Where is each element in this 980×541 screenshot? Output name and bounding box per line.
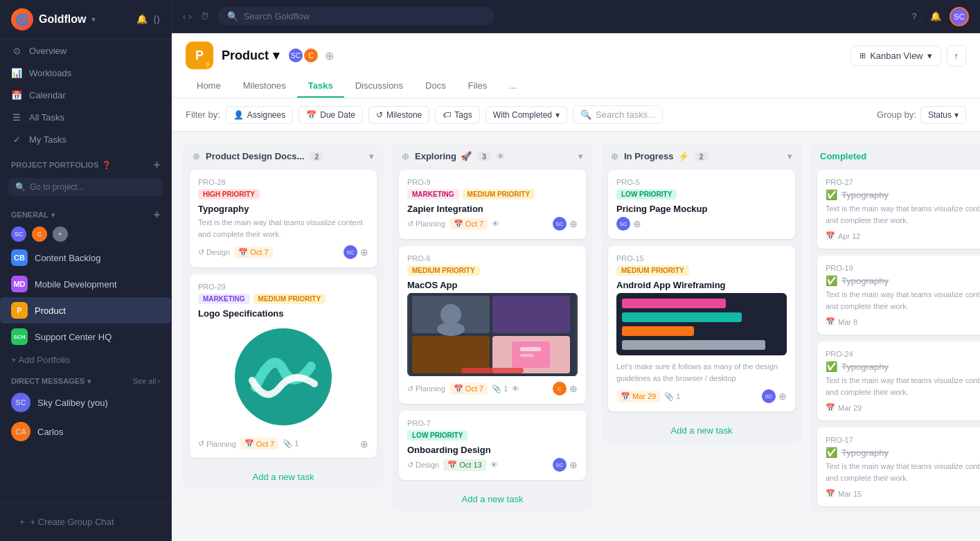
completed-card-pro19[interactable]: PRO-19 ✅ Typography Text is the main way… xyxy=(817,256,980,335)
see-all-link[interactable]: See all › xyxy=(133,377,160,385)
history-icon[interactable]: ⏱ xyxy=(200,11,209,21)
filter-milestone-btn[interactable]: ↺ Milestone xyxy=(368,106,429,124)
task-footer-pro9: ↺ Planning 📅 Oct 7 👁 SC ⊕ xyxy=(407,217,578,231)
general-avatar-2: C xyxy=(32,227,47,242)
person-plus-icon[interactable]: ⊕ xyxy=(193,151,200,161)
task-footer-pro29: ↺ Planning 📅 Oct 7 📎 1 ⊕ xyxy=(198,438,368,450)
tab-discussions[interactable]: Discussions xyxy=(344,75,414,98)
task-card-pro6[interactable]: PRO-6 MEDIUM PRIORITY MacOS App xyxy=(399,246,586,404)
add-general-icon[interactable]: + xyxy=(154,209,160,221)
task-card-pro9[interactable]: PRO-9 MARKETING MEDIUM PRIORITY Zapier I… xyxy=(399,170,586,239)
add-portfolio-btn[interactable]: + Add Portfolio xyxy=(0,350,171,370)
svg-point-4 xyxy=(437,322,465,336)
filter-bar: Filter by: 👤 Assignees 📅 Due Date ↺ Mile… xyxy=(172,98,980,132)
share-btn[interactable]: ↑ xyxy=(947,45,967,66)
add-task-btn-col2[interactable]: Add a new task xyxy=(601,418,802,443)
back-btn[interactable]: ‹ xyxy=(183,11,186,21)
add-task-btn-col0[interactable]: Add a new task xyxy=(183,465,384,489)
task-footer-pro15: 📅 Mar 29 📎 1 SC ⊕ xyxy=(616,389,787,403)
sidebar-item-calendar[interactable]: 📅 Calendar xyxy=(0,84,171,106)
add-portfolio-icon[interactable]: + xyxy=(154,159,160,171)
dropdown-arrow[interactable]: ▾ xyxy=(91,15,96,24)
check-icon-19: ✅ xyxy=(826,275,837,286)
lightning-icon: ⚡ xyxy=(204,60,212,68)
general-avatar-add[interactable]: + xyxy=(53,227,68,242)
add-task-btn-col1[interactable]: Add a new task xyxy=(392,487,593,511)
col-collapse-icon-2[interactable]: ▾ xyxy=(578,151,583,161)
sidebar-item-support-center[interactable]: SCH Support Center HQ xyxy=(0,323,171,350)
sidebar-item-product[interactable]: P Product xyxy=(0,297,171,323)
group-by-select[interactable]: Status ▾ xyxy=(920,106,966,124)
sidebar-item-content-backlog[interactable]: CB Content Backlog xyxy=(0,245,171,271)
search-tasks-input[interactable]: 🔍 Search tasks... xyxy=(573,105,663,124)
tab-home[interactable]: Home xyxy=(186,75,232,98)
chart-bar-2 xyxy=(622,312,742,322)
collapse-icon[interactable]: ⟨⟩ xyxy=(153,14,160,25)
col-collapse-icon[interactable]: ▾ xyxy=(369,151,374,161)
sidebar-item-workloads[interactable]: 📊 Workloads xyxy=(0,62,171,84)
completed-card-pro27[interactable]: PRO-27 ✅ Typography Text is the main way… xyxy=(817,170,980,249)
section-project-portfolios: PROJECT PORTFOLIOS ❓ + xyxy=(0,150,171,174)
tab-more[interactable]: ... xyxy=(498,75,528,98)
person-plus-icon-2[interactable]: ⊕ xyxy=(402,151,409,161)
task-card-pro29[interactable]: PRO-29 MARKETING MEDIUM PRIORITY Logo Sp… xyxy=(190,274,377,458)
footer-avatars-pro15: SC ⊕ xyxy=(762,389,787,403)
help-icon[interactable]: ❓ xyxy=(102,161,112,170)
global-search[interactable]: 🔍 Search Goldflow xyxy=(217,7,495,26)
sidebar-item-all-tasks[interactable]: ☰ All Tasks xyxy=(0,106,171,128)
general-chevron[interactable]: ▾ xyxy=(51,211,55,219)
task-card-pro5[interactable]: PRO-5 LOW PRIORITY Pricing Page Mockup S… xyxy=(608,170,795,239)
tab-tasks[interactable]: Tasks xyxy=(297,75,344,98)
project-search[interactable]: 🔍 Go to project... xyxy=(8,178,163,196)
notification-btn[interactable]: 🔔 xyxy=(930,11,941,21)
completed-title-27: Typography xyxy=(841,190,889,200)
column-exploring: ⊕ Exploring 🚀 3 👁 ▾ PRO-9 MARKETING MED xyxy=(392,143,593,511)
dm-chevron[interactable]: ▾ xyxy=(87,378,91,385)
add-member-btn[interactable]: ⊕ xyxy=(325,49,334,62)
filter-assignees-btn[interactable]: 👤 Assignees xyxy=(226,106,293,124)
sidebar-item-mobile-development[interactable]: MD Mobile Development xyxy=(0,271,171,297)
add-assignee-pro9[interactable]: ⊕ xyxy=(569,218,578,229)
support-center-badge: SCH xyxy=(11,328,28,345)
task-card-pro7[interactable]: PRO-7 LOW PRIORITY Onboarding Design ↺ D… xyxy=(399,411,586,480)
task-chart-pro15 xyxy=(616,293,787,355)
person-plus-icon-3[interactable]: ⊕ xyxy=(611,151,618,161)
filter-due-date-btn[interactable]: 📅 Due Date xyxy=(299,106,363,124)
filter-completed-btn[interactable]: With Completed ▾ xyxy=(485,106,567,124)
add-assignee-pro15[interactable]: ⊕ xyxy=(778,391,787,402)
task-title-pro6: MacOS App xyxy=(407,280,578,290)
sidebar-item-my-tasks[interactable]: ✓ My Tasks xyxy=(0,128,171,150)
project-dropdown-icon[interactable]: ▾ xyxy=(273,48,279,63)
tab-milestones[interactable]: Milestones xyxy=(232,75,297,98)
task-tags-pro5: LOW PRIORITY xyxy=(616,189,787,199)
section-general: GENERAL ▾ + xyxy=(0,200,171,224)
tab-files[interactable]: Files xyxy=(457,75,498,98)
help-btn[interactable]: ? xyxy=(907,9,922,24)
forward-btn[interactable]: › xyxy=(188,11,191,21)
kanban-view-btn[interactable]: ⊞ Kanban View ▾ xyxy=(850,46,941,66)
task-id-pro17: PRO-17 xyxy=(826,436,980,444)
add-assignee-pro5[interactable]: ⊕ xyxy=(633,218,641,229)
filter-tags-btn[interactable]: 🏷 Tags xyxy=(435,106,479,124)
kanban-chevron: ▾ xyxy=(927,51,932,61)
svg-point-3 xyxy=(440,304,461,325)
completed-card-pro17[interactable]: PRO-17 ✅ Typography Text is the main way… xyxy=(817,427,980,506)
app-logo: 🌀 xyxy=(11,8,33,30)
tab-docs[interactable]: Docs xyxy=(414,75,457,98)
add-assignee-pro7[interactable]: ⊕ xyxy=(569,459,578,470)
task-card-pro28[interactable]: PRO-28 HIGH PRIORITY Typography Text is … xyxy=(190,170,377,267)
col-collapse-icon-3[interactable]: ▾ xyxy=(787,151,792,161)
add-assignee-icon[interactable]: ⊕ xyxy=(360,247,368,258)
bell-icon[interactable]: 🔔 xyxy=(136,14,148,25)
user-avatar[interactable]: SC xyxy=(950,7,969,26)
add-assignee-pro6[interactable]: ⊕ xyxy=(569,383,578,394)
dm-item-sky[interactable]: SC Sky Calibey (you) xyxy=(0,388,171,417)
task-footer-pro28: ↺ Design 📅 Oct 7 SC ⊕ xyxy=(198,245,368,259)
task-card-pro15[interactable]: PRO-15 MEDIUM PRIORITY Android App Wiref… xyxy=(608,246,795,411)
sidebar-item-overview[interactable]: ⊙ Overview xyxy=(0,39,171,62)
dm-item-carlos[interactable]: CA Carlos xyxy=(0,417,171,446)
col-count-1: 3 xyxy=(477,152,491,161)
create-group-chat-btn[interactable]: + + Create Group Chat xyxy=(11,511,160,533)
completed-card-pro24[interactable]: PRO-24 ✅ Typography Text is the main way… xyxy=(817,342,980,420)
add-assignee-icon-2[interactable]: ⊕ xyxy=(360,438,368,450)
